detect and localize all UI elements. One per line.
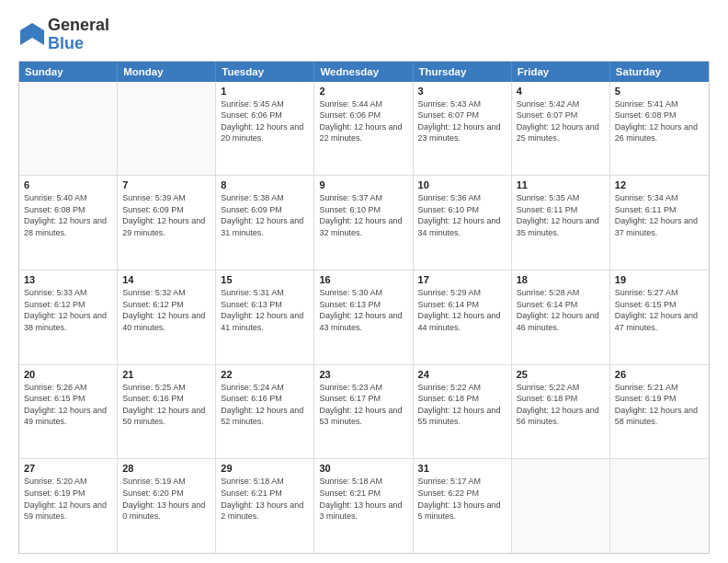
calendar-cell	[512, 459, 610, 553]
day-number: 31	[418, 463, 506, 474]
calendar-cell: 3Sunrise: 5:43 AM Sunset: 6:07 PM Daylig…	[414, 82, 512, 176]
day-info: Sunrise: 5:21 AM Sunset: 6:19 PM Dayligh…	[615, 382, 704, 428]
day-number: 25	[517, 369, 605, 380]
day-number: 4	[517, 86, 605, 97]
calendar-week-5: 27Sunrise: 5:20 AM Sunset: 6:19 PM Dayli…	[19, 458, 709, 553]
calendar-cell: 28Sunrise: 5:19 AM Sunset: 6:20 PM Dayli…	[118, 459, 216, 553]
day-info: Sunrise: 5:20 AM Sunset: 6:19 PM Dayligh…	[24, 476, 112, 522]
day-info: Sunrise: 5:18 AM Sunset: 6:21 PM Dayligh…	[319, 476, 407, 522]
day-info: Sunrise: 5:22 AM Sunset: 6:18 PM Dayligh…	[517, 382, 605, 428]
day-info: Sunrise: 5:40 AM Sunset: 6:08 PM Dayligh…	[24, 192, 112, 238]
day-number: 20	[24, 369, 112, 380]
day-info: Sunrise: 5:35 AM Sunset: 6:11 PM Dayligh…	[517, 192, 605, 238]
svg-marker-0	[20, 23, 44, 45]
day-number: 27	[24, 463, 112, 474]
day-info: Sunrise: 5:25 AM Sunset: 6:16 PM Dayligh…	[122, 382, 210, 428]
calendar-cell	[610, 459, 709, 553]
calendar-cell: 19Sunrise: 5:27 AM Sunset: 6:15 PM Dayli…	[610, 270, 709, 364]
day-info: Sunrise: 5:36 AM Sunset: 6:10 PM Dayligh…	[418, 192, 506, 238]
logo-general: General	[48, 16, 109, 34]
day-number: 3	[418, 86, 506, 97]
day-number: 16	[319, 274, 407, 285]
day-info: Sunrise: 5:41 AM Sunset: 6:08 PM Dayligh…	[615, 98, 704, 144]
day-number: 29	[221, 463, 309, 474]
day-info: Sunrise: 5:17 AM Sunset: 6:22 PM Dayligh…	[418, 476, 506, 522]
logo-blue: Blue	[48, 34, 84, 52]
header-day-sunday: Sunday	[19, 62, 118, 82]
day-number: 6	[24, 179, 112, 190]
logo-text-block: GeneralBlue	[48, 17, 109, 53]
calendar-cell: 5Sunrise: 5:41 AM Sunset: 6:08 PM Daylig…	[610, 82, 709, 176]
calendar-cell: 24Sunrise: 5:22 AM Sunset: 6:18 PM Dayli…	[414, 365, 512, 459]
calendar-cell: 31Sunrise: 5:17 AM Sunset: 6:22 PM Dayli…	[414, 459, 512, 553]
day-info: Sunrise: 5:19 AM Sunset: 6:20 PM Dayligh…	[122, 476, 210, 522]
calendar-cell: 13Sunrise: 5:33 AM Sunset: 6:12 PM Dayli…	[19, 270, 118, 364]
day-info: Sunrise: 5:44 AM Sunset: 6:06 PM Dayligh…	[319, 98, 407, 144]
day-info: Sunrise: 5:37 AM Sunset: 6:10 PM Dayligh…	[319, 192, 407, 238]
day-number: 10	[418, 179, 506, 190]
calendar-week-1: 1Sunrise: 5:45 AM Sunset: 6:06 PM Daylig…	[19, 82, 709, 176]
day-info: Sunrise: 5:22 AM Sunset: 6:18 PM Dayligh…	[418, 382, 506, 428]
calendar-cell: 9Sunrise: 5:37 AM Sunset: 6:10 PM Daylig…	[314, 176, 413, 270]
calendar-cell: 11Sunrise: 5:35 AM Sunset: 6:11 PM Dayli…	[512, 176, 610, 270]
day-number: 12	[615, 179, 704, 190]
calendar-cell: 14Sunrise: 5:32 AM Sunset: 6:12 PM Dayli…	[118, 270, 216, 364]
calendar-cell	[19, 82, 118, 176]
calendar-cell: 12Sunrise: 5:34 AM Sunset: 6:11 PM Dayli…	[610, 176, 709, 270]
header-day-saturday: Saturday	[610, 62, 709, 82]
day-number: 1	[221, 86, 309, 97]
logo-icon	[18, 21, 46, 49]
day-number: 26	[615, 369, 704, 380]
logo: GeneralBlue	[18, 17, 109, 53]
day-number: 28	[122, 463, 210, 474]
calendar-cell: 26Sunrise: 5:21 AM Sunset: 6:19 PM Dayli…	[610, 365, 709, 459]
calendar-cell: 2Sunrise: 5:44 AM Sunset: 6:06 PM Daylig…	[314, 82, 413, 176]
calendar-week-3: 13Sunrise: 5:33 AM Sunset: 6:12 PM Dayli…	[19, 270, 709, 364]
day-number: 5	[615, 86, 704, 97]
calendar-cell	[118, 82, 216, 176]
day-number: 7	[122, 179, 210, 190]
day-number: 23	[319, 369, 407, 380]
calendar-cell: 25Sunrise: 5:22 AM Sunset: 6:18 PM Dayli…	[512, 365, 610, 459]
day-info: Sunrise: 5:23 AM Sunset: 6:17 PM Dayligh…	[319, 382, 407, 428]
header-day-thursday: Thursday	[414, 62, 512, 82]
calendar-cell: 20Sunrise: 5:26 AM Sunset: 6:15 PM Dayli…	[19, 365, 118, 459]
page: GeneralBlue SundayMondayTuesdayWednesday…	[0, 0, 728, 563]
day-number: 17	[418, 274, 506, 285]
calendar-cell: 1Sunrise: 5:45 AM Sunset: 6:06 PM Daylig…	[216, 82, 314, 176]
header-day-monday: Monday	[118, 62, 216, 82]
calendar-week-4: 20Sunrise: 5:26 AM Sunset: 6:15 PM Dayli…	[19, 364, 709, 459]
header: GeneralBlue	[18, 17, 710, 53]
calendar-header-row: SundayMondayTuesdayWednesdayThursdayFrid…	[19, 62, 709, 82]
calendar-cell: 4Sunrise: 5:42 AM Sunset: 6:07 PM Daylig…	[512, 82, 610, 176]
day-number: 30	[319, 463, 407, 474]
calendar-body: 1Sunrise: 5:45 AM Sunset: 6:06 PM Daylig…	[19, 82, 709, 553]
day-info: Sunrise: 5:28 AM Sunset: 6:14 PM Dayligh…	[517, 287, 605, 333]
day-info: Sunrise: 5:27 AM Sunset: 6:15 PM Dayligh…	[615, 287, 704, 333]
day-number: 19	[615, 274, 704, 285]
day-number: 8	[221, 179, 309, 190]
day-number: 24	[418, 369, 506, 380]
calendar-cell: 10Sunrise: 5:36 AM Sunset: 6:10 PM Dayli…	[414, 176, 512, 270]
header-day-wednesday: Wednesday	[314, 62, 413, 82]
calendar-cell: 15Sunrise: 5:31 AM Sunset: 6:13 PM Dayli…	[216, 270, 314, 364]
day-info: Sunrise: 5:33 AM Sunset: 6:12 PM Dayligh…	[24, 287, 112, 333]
day-number: 13	[24, 274, 112, 285]
calendar-cell: 29Sunrise: 5:18 AM Sunset: 6:21 PM Dayli…	[216, 459, 314, 553]
calendar-week-2: 6Sunrise: 5:40 AM Sunset: 6:08 PM Daylig…	[19, 175, 709, 270]
day-number: 15	[221, 274, 309, 285]
day-info: Sunrise: 5:39 AM Sunset: 6:09 PM Dayligh…	[122, 192, 210, 238]
day-number: 9	[319, 179, 407, 190]
header-day-tuesday: Tuesday	[216, 62, 314, 82]
calendar-cell: 21Sunrise: 5:25 AM Sunset: 6:16 PM Dayli…	[118, 365, 216, 459]
day-number: 22	[221, 369, 309, 380]
calendar-cell: 23Sunrise: 5:23 AM Sunset: 6:17 PM Dayli…	[314, 365, 413, 459]
day-info: Sunrise: 5:30 AM Sunset: 6:13 PM Dayligh…	[319, 287, 407, 333]
calendar-cell: 30Sunrise: 5:18 AM Sunset: 6:21 PM Dayli…	[314, 459, 413, 553]
day-info: Sunrise: 5:32 AM Sunset: 6:12 PM Dayligh…	[122, 287, 210, 333]
day-number: 21	[122, 369, 210, 380]
day-number: 14	[122, 274, 210, 285]
day-info: Sunrise: 5:29 AM Sunset: 6:14 PM Dayligh…	[418, 287, 506, 333]
calendar: SundayMondayTuesdayWednesdayThursdayFrid…	[18, 61, 710, 554]
day-info: Sunrise: 5:43 AM Sunset: 6:07 PM Dayligh…	[418, 98, 506, 144]
